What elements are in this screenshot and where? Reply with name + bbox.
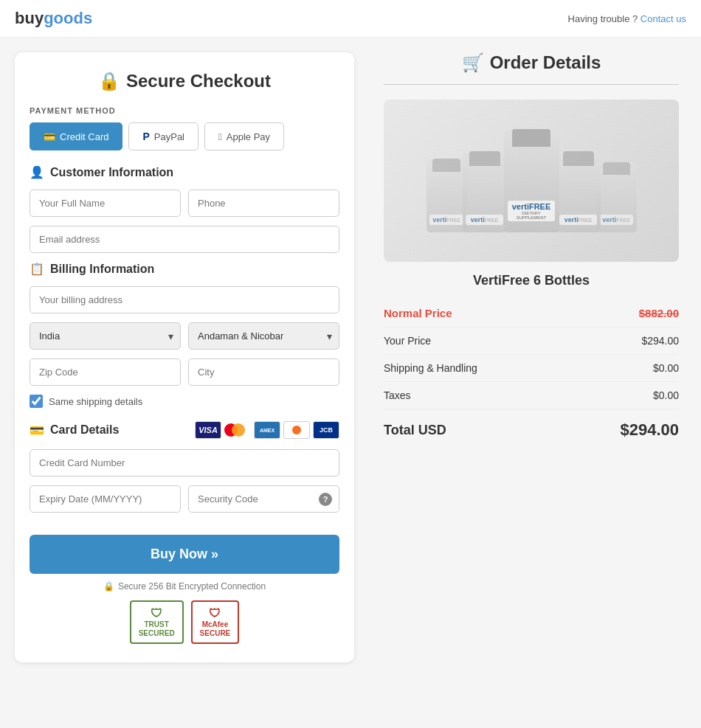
same-shipping-row: Same shipping details (30, 395, 339, 408)
divider (384, 84, 679, 85)
your-price-label: Your Price (384, 335, 431, 347)
right-panel: 🛒 Order Details vertiFREE vertiFREE ver (376, 52, 686, 662)
checkout-title: 🔒 Secure Checkout (30, 71, 339, 91)
customer-info-section: 👤 Customer Information (30, 165, 339, 253)
full-name-input[interactable] (30, 190, 181, 217)
address-group (30, 286, 339, 313)
logo-goods: goods (44, 9, 92, 27)
bottle-right-2: vertiFREE (596, 162, 637, 232)
customer-info-heading: 👤 Customer Information (30, 165, 339, 179)
left-panel: 🔒 Secure Checkout PAYMENT METHOD 💳 Credi… (15, 52, 354, 662)
product-image: vertiFREE vertiFREE vertiFREEDIETARY SUP… (384, 100, 679, 262)
contact-link[interactable]: Contact us (640, 13, 686, 24)
email-input[interactable] (30, 226, 339, 253)
mastercard-icon (224, 421, 251, 439)
your-price-row: Your Price $294.00 (384, 327, 679, 355)
normal-price-row: Normal Price $882.00 (384, 299, 679, 327)
header: buygoods Having trouble ? Contact us (0, 0, 701, 38)
trust-line1: TRUST (144, 620, 168, 629)
billing-info-heading: 📋 Billing Information (30, 262, 339, 276)
your-price-value: $294.00 (641, 335, 679, 347)
shipping-label: Shipping & Handling (384, 362, 477, 374)
mcafee-line1: McAfee (202, 620, 229, 629)
total-label: Total USD (384, 423, 446, 438)
zip-group (30, 358, 181, 386)
taxes-row: Taxes $0.00 (384, 382, 679, 409)
shield-icon: 🛡 (151, 606, 162, 620)
same-shipping-checkbox[interactable] (30, 395, 43, 408)
tab-paypal[interactable]: P PayPal (128, 122, 198, 150)
logo-buy: buy (15, 9, 44, 27)
trouble-text: Having trouble ? (568, 13, 638, 24)
billing-icon: 📋 (30, 262, 44, 276)
city-group (188, 358, 339, 386)
mcafee-badge: 🛡 McAfee SECURE (191, 600, 240, 644)
security-help-icon[interactable]: ? (319, 493, 332, 506)
trust-line2: SECURED (139, 629, 175, 638)
normal-price-value: $882.00 (639, 307, 679, 319)
product-name: VertiFree 6 Bottles (384, 273, 679, 288)
card-number-row (30, 449, 339, 476)
logo: buygoods (15, 9, 92, 28)
card-icons: VISA AMEX JCB (195, 421, 339, 439)
security-input[interactable] (188, 485, 339, 513)
country-select[interactable]: India United States United Kingdom Austr… (30, 322, 181, 350)
payment-tabs: 💳 Credit Card P PayPal  Apple Pay (30, 122, 339, 150)
buy-now-button[interactable]: Buy Now » (30, 535, 339, 574)
billing-address-input[interactable] (30, 286, 339, 313)
paypal-label: PayPal (154, 131, 184, 142)
total-row: Total USD $294.00 (384, 409, 679, 451)
tab-credit-card[interactable]: 💳 Credit Card (30, 122, 122, 150)
email-row (30, 226, 339, 253)
taxes-value: $0.00 (653, 389, 679, 401)
card-details-section: 💳 Card Details VISA AMEX JCB (30, 421, 339, 513)
card-icon: 💳 (30, 423, 44, 437)
state-select[interactable]: Andaman & Nicobar Maharashtra Delhi Karn… (188, 322, 339, 350)
expiry-group (30, 485, 181, 513)
card-number-input[interactable] (30, 449, 339, 476)
lock-small-icon: 🔒 (103, 581, 114, 592)
bottle-main: vertiFREEDIETARY SUPPLEMENT (504, 129, 559, 232)
person-icon: 👤 (30, 165, 44, 179)
credit-card-icon: 💳 (44, 131, 55, 142)
mcafee-icon: 🛡 (209, 606, 221, 620)
trust-badges: 🛡 TRUST SECURED 🛡 McAfee SECURE (30, 600, 339, 644)
zip-city-row (30, 358, 339, 386)
discover-icon (283, 421, 310, 439)
amex-icon: AMEX (254, 421, 280, 439)
tab-apple-pay[interactable]:  Apple Pay (204, 122, 284, 150)
expiry-security-row: ? (30, 485, 339, 513)
paypal-icon: P (142, 131, 149, 142)
lock-icon: 🔒 (98, 71, 120, 91)
full-name-group (30, 190, 181, 217)
taxes-label: Taxes (384, 389, 411, 401)
email-group (30, 226, 339, 253)
credit-card-label: Credit Card (60, 131, 108, 142)
city-input[interactable] (188, 358, 339, 386)
bottle-back-1: vertiFREE (427, 159, 467, 232)
header-right: Having trouble ? Contact us (568, 13, 686, 24)
shipping-value: $0.00 (653, 362, 679, 374)
expiry-input[interactable] (30, 485, 181, 513)
card-details-heading: 💳 Card Details (30, 423, 119, 437)
total-value: $294.00 (620, 420, 679, 440)
name-phone-row (30, 190, 339, 217)
bottle-right-1: vertiFREE (556, 151, 601, 232)
apple-pay-label: Apple Pay (227, 131, 270, 142)
visa-icon: VISA (195, 421, 221, 439)
zip-input[interactable] (30, 358, 181, 386)
main-content: 🔒 Secure Checkout PAYMENT METHOD 💳 Credi… (0, 38, 701, 677)
jcb-icon: JCB (313, 421, 339, 439)
normal-price-label: Normal Price (384, 307, 452, 319)
shipping-row: Shipping & Handling $0.00 (384, 355, 679, 382)
payment-method-label: PAYMENT METHOD (30, 106, 339, 115)
same-shipping-label[interactable]: Same shipping details (49, 396, 142, 407)
mcafee-line2: SECURE (200, 629, 231, 638)
state-wrapper: Andaman & Nicobar Maharashtra Delhi Karn… (188, 322, 339, 350)
payment-method-section: PAYMENT METHOD 💳 Credit Card P PayPal  … (30, 106, 339, 150)
phone-group (188, 190, 339, 217)
billing-info-section: 📋 Billing Information India United State… (30, 262, 339, 408)
bottles-container: vertiFREE vertiFREE vertiFREEDIETARY SUP… (419, 122, 644, 240)
card-number-group (30, 449, 339, 476)
phone-input[interactable] (188, 190, 339, 217)
